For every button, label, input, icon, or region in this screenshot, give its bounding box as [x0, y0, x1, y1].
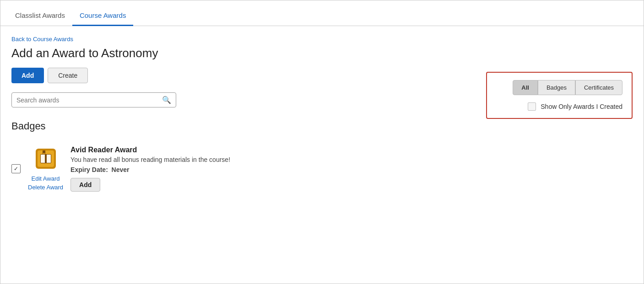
award-expiry: Expiry Date: Never [70, 166, 633, 173]
svg-rect-5 [45, 155, 47, 163]
filter-btn-all[interactable]: All [513, 80, 538, 95]
back-link[interactable]: Back to Course Awards [11, 36, 73, 43]
filter-btn-certificates[interactable]: Certificates [575, 80, 622, 95]
delete-award-link[interactable]: Delete Award [28, 184, 63, 191]
main-content: Back to Course Awards Add an Award to As… [0, 26, 644, 205]
award-item: ✓ Edit Award Delete Award [11, 141, 633, 196]
award-badge-col: Edit Award Delete Award [28, 146, 63, 191]
create-button[interactable]: Create [48, 68, 88, 83]
tab-classlist-awards[interactable]: Classlist Awards [8, 6, 72, 26]
search-container: 🔍 [11, 92, 176, 107]
award-name: Avid Reader Award [70, 146, 633, 154]
search-icon: 🔍 [162, 96, 171, 104]
award-description: You have read all bonus reading material… [70, 156, 633, 163]
page-wrapper: Classlist Awards Course Awards Back to C… [0, 0, 644, 284]
checkmark-icon: ✓ [14, 166, 18, 172]
badge-icon [32, 146, 60, 173]
filter-type-buttons: All Badges Certificates [496, 80, 622, 95]
show-only-mine-checkbox[interactable] [528, 102, 536, 111]
tab-bar: Classlist Awards Course Awards [0, 0, 644, 26]
filter-checkbox-row: Show Only Awards I Created [496, 102, 622, 111]
award-add-button[interactable]: Add [70, 178, 100, 192]
filter-btn-badges[interactable]: Badges [538, 80, 575, 95]
show-only-mine-label: Show Only Awards I Created [541, 103, 622, 110]
expiry-value: Never [112, 166, 130, 173]
award-info: Avid Reader Award You have read all bonu… [70, 146, 633, 192]
expiry-label: Expiry Date: [70, 166, 108, 173]
badges-section-title: Badges [11, 120, 633, 132]
page-title: Add an Award to Astronomy [11, 46, 633, 60]
add-button[interactable]: Add [11, 68, 44, 83]
tab-course-awards[interactable]: Course Awards [72, 6, 133, 26]
svg-rect-3 [41, 155, 45, 163]
filter-panel: All Badges Certificates Show Only Awards… [486, 72, 633, 119]
edit-award-link[interactable]: Edit Award [32, 175, 60, 182]
award-select-checkbox[interactable]: ✓ [11, 164, 21, 173]
svg-rect-4 [46, 155, 51, 163]
search-input[interactable] [16, 96, 162, 104]
